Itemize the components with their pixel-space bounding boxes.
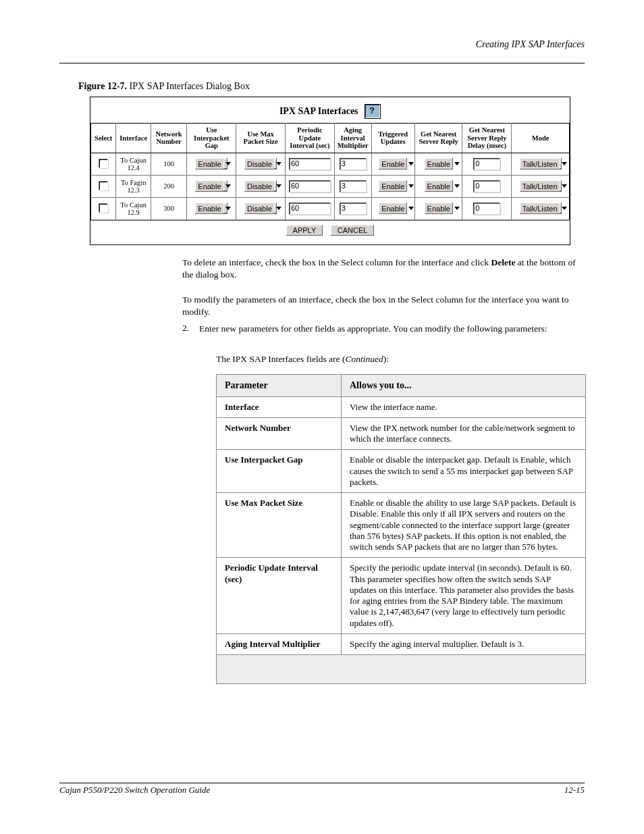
col-nearest-delay: Get Nearest Server Reply Delay (msec)	[462, 124, 512, 153]
param-row: Use Max Packet SizeEnable or disable the…	[217, 493, 586, 558]
interface-name: To Cajun12.9	[120, 201, 146, 216]
mode-select[interactable]: Talk/Listen	[520, 180, 562, 192]
param-row: InterfaceView the interface name.	[217, 396, 586, 417]
chevron-down-icon	[452, 203, 453, 213]
table-row: To Cajun12.9300EnableDisable603EnableEna…	[91, 197, 570, 219]
col-interface: Interface	[116, 124, 151, 153]
step-text: Enter new parameters for other fields as…	[199, 323, 585, 335]
button-bar: APPLY CANCEL	[90, 220, 570, 241]
param-row: Network NumberView the IPX network numbe…	[217, 417, 586, 450]
col-nearest-reply: Get Nearest Server Reply	[414, 124, 462, 153]
param-name: Periodic Update Interval (sec)	[217, 558, 342, 634]
interpacket-gap-select[interactable]: Enable	[195, 180, 227, 192]
page-caption: Creating IPX SAP Interfaces	[476, 39, 585, 50]
periodic-update-input[interactable]: 60	[289, 158, 331, 170]
triggered-updates-select[interactable]: Enable	[379, 180, 407, 192]
aging-multiplier-input[interactable]: 3	[340, 180, 367, 192]
param-desc: View the IPX network number for the cabl…	[342, 417, 586, 450]
param-name: Interface	[217, 396, 342, 417]
param-desc: Specify the aging interval multiplier. D…	[342, 633, 586, 654]
chevron-down-icon	[406, 203, 407, 213]
param-row	[217, 655, 586, 684]
interface-name: To Cajun12.4	[120, 157, 146, 172]
chevron-down-icon	[560, 181, 562, 191]
max-packet-select[interactable]: Disable	[244, 158, 277, 170]
param-row: Periodic Update Interval (sec)Specify th…	[217, 558, 586, 634]
chevron-down-icon	[223, 181, 228, 191]
parameter-table: Parameter Allows you to... InterfaceView…	[216, 374, 586, 684]
top-rule	[59, 63, 585, 63]
param-header-desc: Allows you to...	[342, 375, 586, 397]
interpacket-gap-select[interactable]: Enable	[195, 158, 227, 170]
chevron-down-icon	[560, 203, 562, 213]
step-number: 2.	[182, 323, 189, 334]
param-name: Use Max Packet Size	[217, 493, 342, 558]
table-row: To Fagin12.3200EnableDisable603EnableEna…	[91, 175, 570, 197]
param-desc: Enable or disable the interpacket gap. D…	[342, 450, 586, 493]
aging-multiplier-input[interactable]: 3	[340, 158, 367, 170]
chevron-down-icon	[274, 203, 277, 213]
figure-title: IPX SAP Interfaces Dialog Box	[130, 81, 250, 91]
triggered-updates-select[interactable]: Enable	[379, 158, 407, 170]
param-name: Network Number	[217, 417, 342, 450]
figure-label: Figure 12-7.	[78, 81, 127, 91]
select-checkbox[interactable]	[99, 203, 108, 213]
param-desc: Specify the periodic update interval (in…	[342, 558, 586, 634]
footer-right: 12-15	[564, 785, 585, 796]
chevron-down-icon	[274, 181, 277, 191]
screenshot-title-bar: IPX SAP Interfaces	[90, 97, 570, 123]
screenshot-title-text: IPX SAP Interfaces	[279, 106, 358, 116]
figure-caption: Figure 12-7. IPX SAP Interfaces Dialog B…	[78, 81, 250, 92]
param-row: Use Interpacket GapEnable or disable the…	[217, 450, 586, 493]
cancel-button[interactable]: CANCEL	[331, 225, 375, 236]
chevron-down-icon	[406, 181, 407, 191]
param-row: Aging Interval MultiplierSpecify the agi…	[217, 633, 586, 654]
param-name: Aging Interval Multiplier	[217, 633, 342, 654]
nearest-delay-input[interactable]: 0	[473, 203, 500, 215]
nearest-reply-select[interactable]: Enable	[425, 180, 453, 192]
col-interpacket-gap: Use Interpacket Gap	[187, 124, 236, 153]
col-max-packet: Use Max Packet Size	[236, 124, 286, 153]
param-desc: View the interface name.	[342, 396, 586, 417]
max-packet-select[interactable]: Disable	[244, 203, 277, 214]
chevron-down-icon	[452, 159, 453, 169]
max-packet-select[interactable]: Disable	[244, 180, 277, 192]
chevron-down-icon	[406, 159, 407, 169]
nearest-reply-select[interactable]: Enable	[425, 203, 453, 214]
nearest-reply-select[interactable]: Enable	[425, 158, 453, 170]
footer-left: Cajun P550/P220 Switch Operation Guide	[59, 785, 210, 796]
param-name: Use Interpacket Gap	[217, 450, 342, 493]
col-network-number: Network Number	[151, 124, 187, 153]
col-mode: Mode	[512, 124, 570, 153]
table-row: To Cajun12.4100EnableDisable603EnableEna…	[91, 153, 570, 175]
delete-word: Delete	[491, 257, 515, 267]
bottom-rule	[59, 783, 585, 783]
select-checkbox[interactable]	[99, 181, 108, 190]
field-note-b: ):	[383, 354, 389, 364]
triggered-updates-select[interactable]: Enable	[379, 203, 407, 214]
interpacket-gap-select[interactable]: Enable	[195, 203, 227, 214]
nearest-delay-input[interactable]: 0	[473, 158, 500, 170]
mode-select[interactable]: Talk/Listen	[520, 203, 562, 214]
select-checkbox[interactable]	[99, 159, 108, 168]
network-number: 100	[163, 160, 174, 167]
aging-multiplier-input[interactable]: 3	[340, 203, 367, 215]
chevron-down-icon	[223, 159, 228, 169]
instruction-text-2: To modify the parameters of an interface…	[182, 294, 569, 317]
instruction-text-1a: To delete an interface, check the box in…	[182, 257, 491, 267]
chevron-down-icon	[452, 181, 453, 191]
periodic-update-input[interactable]: 60	[289, 203, 331, 215]
chevron-down-icon	[560, 159, 562, 169]
chevron-down-icon	[274, 159, 277, 169]
periodic-update-input[interactable]: 60	[289, 180, 331, 192]
nearest-delay-input[interactable]: 0	[473, 180, 500, 192]
apply-button[interactable]: APPLY	[286, 225, 323, 236]
chevron-down-icon	[223, 203, 228, 213]
field-note: The IPX SAP Interfaces fields are (Conti…	[216, 354, 389, 365]
help-question-icon[interactable]	[365, 104, 381, 119]
network-number: 200	[163, 182, 174, 190]
interface-name: To Fagin12.3	[121, 179, 146, 194]
field-note-continued: Continued	[345, 354, 383, 364]
mode-select[interactable]: Talk/Listen	[520, 158, 562, 170]
network-number: 300	[163, 205, 174, 212]
